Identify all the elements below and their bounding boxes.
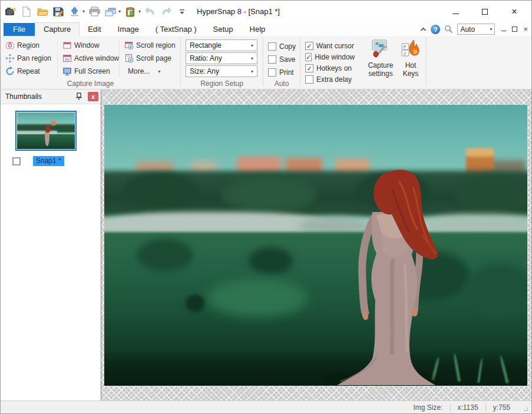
group-capture-options: ✓ Want cursor ✓ Hide window ✓ Hotkeys on… <box>300 36 358 89</box>
want-cursor-checkbox[interactable]: ✓ Want cursor <box>305 40 354 51</box>
group-label-auto: Auto <box>263 80 300 88</box>
full-screen-button[interactable]: Full Screen <box>60 65 117 78</box>
svg-text:F: F <box>404 45 406 49</box>
hot-keys-button[interactable]: FJ Hot Keys <box>400 38 421 79</box>
tab-setup[interactable]: Setup <box>205 23 242 36</box>
size-select[interactable]: Size: Any ▾ <box>186 65 257 77</box>
open-folder-icon[interactable] <box>36 5 49 19</box>
save-icon[interactable] <box>52 5 65 19</box>
scroll-region-icon <box>124 41 134 50</box>
close-button[interactable]: × <box>508 5 521 18</box>
export-upload-icon[interactable] <box>68 5 81 19</box>
checkbox-box <box>268 68 276 77</box>
auto-print-checkbox[interactable]: Print <box>268 66 296 79</box>
auto-save-checkbox[interactable]: Save <box>268 53 296 66</box>
export-dropdown-arrow-icon[interactable]: ▾ <box>82 9 85 14</box>
help-icon[interactable]: ? <box>431 25 440 34</box>
maximize-button[interactable] <box>478 5 491 18</box>
active-window-button[interactable]: Active window <box>60 52 117 65</box>
paste-dropdown-arrow-icon[interactable]: ▾ <box>138 9 141 14</box>
hide-window-checkbox[interactable]: ✓ Hide window <box>305 51 354 62</box>
pin-icon[interactable] <box>74 91 84 102</box>
status-bar: Img Size: x:1135 y:755 <box>1 400 531 413</box>
full-screen-icon <box>62 67 72 76</box>
tab-edit[interactable]: Edit <box>80 23 109 36</box>
checkbox-box <box>268 55 276 64</box>
checkbox-box: ✓ <box>305 53 312 61</box>
canvas-workspace[interactable] <box>101 90 531 400</box>
thumbnail-frame[interactable] <box>15 111 77 151</box>
magnifier-icon[interactable] <box>444 25 453 34</box>
region-icon <box>5 41 15 50</box>
repeat-button[interactable]: Repeat <box>3 65 55 78</box>
thumbnail-label[interactable]: Snap1 * <box>33 156 64 166</box>
thumbnail-item[interactable]: Snap1 * <box>1 111 101 166</box>
photo-woman-figure <box>104 105 527 386</box>
document-restore-button[interactable] <box>512 27 517 32</box>
checkbox-box <box>268 42 276 51</box>
zoom-level-value: Auto <box>460 25 475 34</box>
scroll-region-button[interactable]: Scroll region <box>122 39 173 52</box>
capture-settings-icon <box>371 39 391 60</box>
thumbnail-checkbox[interactable] <box>12 157 21 165</box>
shape-select[interactable]: Rectangle ▾ <box>186 39 257 51</box>
copy-window-dropdown-arrow-icon[interactable]: ▾ <box>118 9 121 14</box>
document-close-button[interactable]: × <box>523 25 528 33</box>
hypersnap-window: ▾ ▾ ▾ HyperSnap 8 - [Snap1 *] <box>0 0 532 414</box>
copy-window-icon[interactable] <box>104 5 117 19</box>
thumbnails-close-button[interactable]: x <box>88 92 98 101</box>
checkbox-box: ✓ <box>305 64 313 72</box>
window-icon <box>62 41 72 50</box>
quick-access-toolbar: ▾ ▾ ▾ <box>4 5 189 19</box>
tab-capture[interactable]: Capture <box>35 22 80 36</box>
group-label-region-setup: Region Setup <box>181 80 263 88</box>
hotkeys-on-checkbox[interactable]: ✓ Hotkeys on <box>305 62 354 74</box>
svg-text:J: J <box>404 51 406 55</box>
group-label-capture-image: Capture Image <box>1 80 180 88</box>
extra-delay-checkbox[interactable]: Extra delay <box>305 74 354 85</box>
pan-region-button[interactable]: Pan region <box>3 52 55 65</box>
qat-customize-icon[interactable] <box>176 5 189 19</box>
auto-copy-checkbox[interactable]: Copy <box>268 40 296 53</box>
active-window-icon <box>62 54 72 63</box>
more-button[interactable]: More... ▾ <box>122 65 173 78</box>
resize-grip[interactable] <box>521 404 530 413</box>
tab-textsnap[interactable]: ( TextSnap ) <box>147 23 205 36</box>
ratio-select[interactable]: Ratio: Any ▾ <box>186 52 257 64</box>
minimize-button[interactable] <box>449 5 462 18</box>
tab-file[interactable]: File <box>4 23 35 36</box>
new-document-icon[interactable] <box>20 5 33 19</box>
scroll-page-button[interactable]: Scroll page <box>122 52 173 65</box>
shape-select-arrow-icon: ▾ <box>251 43 253 48</box>
capture-settings-button[interactable]: Capture settings <box>364 38 398 79</box>
tab-image[interactable]: Image <box>110 23 147 36</box>
ribbon-tab-bar: File Capture Edit Image ( TextSnap ) Set… <box>1 22 531 36</box>
group-auto: Copy Save Print Auto <box>263 36 300 89</box>
app-camera-icon[interactable] <box>4 5 17 19</box>
checkbox-box <box>305 75 313 84</box>
size-select-arrow-icon: ▾ <box>251 69 253 74</box>
thumbnails-panel: Thumbnails x <box>1 90 101 400</box>
ribbon-capture: Region Pan region Repeat Window <box>1 36 531 90</box>
img-size-y: y:755 <box>486 403 517 412</box>
window-button[interactable]: Window <box>60 39 117 52</box>
captured-image[interactable] <box>104 105 527 386</box>
hot-keys-label: Hot Keys <box>401 62 420 78</box>
document-minimize-button[interactable] <box>501 31 506 31</box>
thumbnail-image <box>17 112 75 149</box>
group-capture-image: Region Pan region Repeat Window <box>1 36 180 89</box>
paste-clipboard-icon[interactable] <box>124 5 137 19</box>
thumbnails-panel-header: Thumbnails x <box>1 90 101 104</box>
region-button[interactable]: Region <box>3 39 55 52</box>
zoom-level-combo[interactable]: Auto ▾ <box>457 24 495 35</box>
collapse-ribbon-icon[interactable] <box>420 27 427 32</box>
redo-icon[interactable] <box>160 5 173 19</box>
ratio-select-arrow-icon: ▾ <box>251 56 253 61</box>
tab-help[interactable]: Help <box>242 23 274 36</box>
img-size-x: x:1135 <box>451 403 485 412</box>
group-region-setup: Rectangle ▾ Ratio: Any ▾ Size: Any ▾ Reg… <box>181 36 263 89</box>
window-title: HyperSnap 8 - [Snap1 *] <box>197 7 280 16</box>
print-icon[interactable] <box>88 5 101 19</box>
repeat-icon <box>5 67 15 76</box>
undo-icon[interactable] <box>144 5 157 19</box>
